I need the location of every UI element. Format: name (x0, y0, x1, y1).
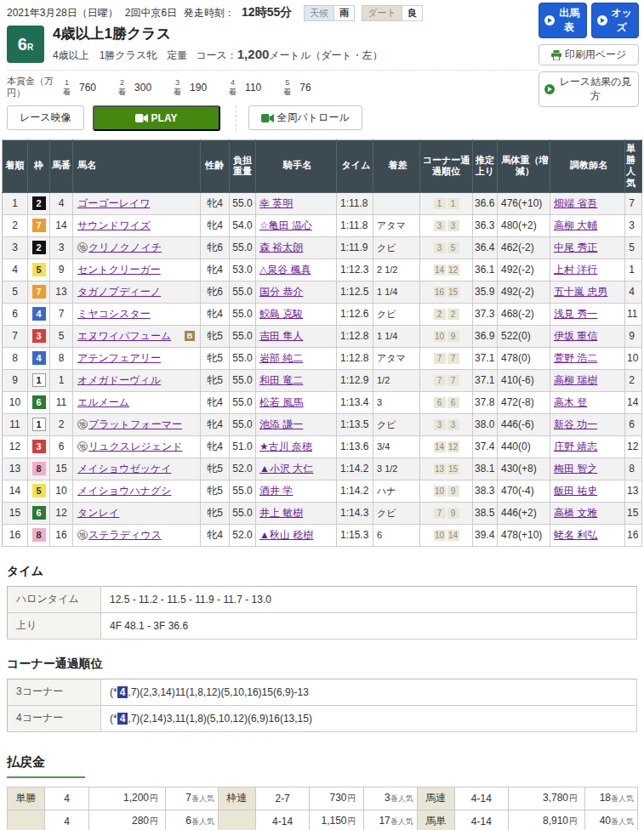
jockey-cell: 幸 英明 (256, 192, 337, 214)
results-guide-button[interactable]: レース結果の見方 (539, 71, 639, 107)
sex-age: 牝5 (201, 502, 230, 524)
horse-name-link[interactable]: メイショウゼッケイ (77, 463, 172, 475)
trainer-cell: 高柳 大輔 (550, 214, 625, 236)
trainer-name-link[interactable]: 高柳 大輔 (554, 219, 597, 231)
payout-section-title: 払戻金 (7, 754, 85, 778)
last-3f-time: 38.0 (473, 413, 498, 435)
col-time: タイム (337, 139, 373, 192)
jockey-name-link[interactable]: △泉谷 楓真 (259, 264, 311, 276)
jockey-name-link[interactable]: 吉田 隼人 (259, 330, 303, 342)
jockey-name-link[interactable]: 酒井 学 (259, 485, 293, 497)
margin: 2 1/2 (373, 259, 420, 281)
horse-name-link[interactable]: クリノクノイチ (88, 242, 162, 253)
trainer-name-link[interactable]: 中尾 秀正 (554, 242, 597, 253)
horse-number: 6 (50, 435, 73, 458)
margin: クビ (373, 413, 420, 435)
weather-value: 雨 (333, 5, 355, 21)
corner-position: 10 (434, 486, 446, 497)
frame-cell: 8 (28, 458, 50, 480)
trainer-name-link[interactable]: 高橋 文雅 (554, 507, 597, 519)
table-row: 10 6 11 エルメーム 牝4 55.0 松若 風馬 1:13.4 3 66 … (3, 391, 642, 413)
trainer-name-link[interactable]: 蛯名 利弘 (554, 529, 597, 541)
trainer-cell: 庄野 靖志 (550, 435, 625, 458)
finish-time: 1:12.9 (337, 369, 373, 391)
col-frame: 枠 (28, 139, 50, 192)
play-button[interactable]: PLAY (93, 105, 220, 131)
horse-name-link[interactable]: サウンドワイズ (77, 219, 151, 231)
horse-name-link[interactable]: ゴーゴーレイワ (77, 197, 150, 209)
jockey-name-link[interactable]: 国分 恭介 (259, 286, 303, 298)
jockey-name-link[interactable]: 幸 英明 (259, 197, 293, 209)
jockey-name-link[interactable]: ☆亀田 温心 (259, 219, 312, 231)
trainer-name-link[interactable]: 新谷 功一 (554, 418, 597, 430)
corner-order-cell: 1315 (420, 458, 473, 480)
corner-order-cell: 22 (420, 303, 473, 325)
furlong-time-value: 12.5 - 11.2 - 11.5 - 11.9 - 11.7 - 13.0 (101, 586, 637, 612)
horse-name-link[interactable]: リュクスレジェンド (88, 441, 183, 452)
horse-name-link[interactable]: タガノブディーノ (77, 286, 161, 298)
carried-weight: 52.0 (230, 524, 256, 546)
trainer-name-link[interactable]: 飯田 祐史 (554, 485, 597, 497)
jockey-name-link[interactable]: 森 裕太朗 (259, 242, 303, 253)
jockey-name-link[interactable]: ★古川 奈穂 (259, 441, 312, 452)
trainer-name-link[interactable]: 梅田 智之 (554, 463, 597, 475)
trainer-cell: 飯田 祐史 (550, 480, 625, 502)
table-row: 6 4 7 ミヤコシスター 牝4 55.0 鮫島 克駿 1:12.6 クビ 22… (3, 303, 642, 325)
horse-name-link[interactable]: プラットフォーマー (88, 418, 182, 430)
corner-position: 2 (447, 309, 459, 320)
trainer-name-link[interactable]: 伊坂 重信 (554, 330, 597, 342)
margin: 1 1/4 (373, 325, 420, 347)
horse-name-link[interactable]: ミヤコシスター (77, 308, 151, 320)
jockey-name-link[interactable]: ▲小沢 大仁 (259, 463, 313, 475)
prize-item: 4 着 110 (229, 78, 261, 96)
odds-button[interactable]: オッズ (591, 3, 640, 38)
trainer-name-link[interactable]: 庄野 靖志 (554, 441, 597, 452)
trainer-name-link[interactable]: 高柳 瑞樹 (554, 374, 597, 386)
horse-name-cell: エルメーム (73, 391, 201, 413)
corner-position: 9 (447, 486, 459, 497)
horse-name-link[interactable]: タンレイ (77, 507, 119, 519)
frame-number-badge: 4 (32, 351, 46, 365)
print-page-button[interactable]: 印刷用ページ (539, 44, 639, 65)
horse-name-link[interactable]: エヌワイパフューム (77, 330, 171, 342)
race-results-table: 着順 枠 馬番 馬名 性齢 負担重量 騎手名 タイム 着差 コーナー通過順位 推… (2, 139, 642, 547)
jockey-name-link[interactable]: 井上 敏樹 (259, 507, 303, 519)
finish-time: 1:12.5 (337, 281, 373, 303)
patrol-video-button[interactable]: 全周パトロール (248, 105, 362, 130)
horse-name-link[interactable]: ステラディウス (88, 529, 162, 541)
trainer-name-link[interactable]: 畑端 省吾 (554, 197, 597, 209)
frame-number-badge: 7 (32, 219, 46, 232)
winner-highlight: 4 (117, 713, 128, 725)
trainer-name-link[interactable]: 五十嵐 忠男 (554, 286, 607, 298)
horse-name-link[interactable]: エルメーム (77, 396, 129, 408)
table-row: 3コーナー (*4,7)(2,3,14)11(1,8,12)(5,10,16)1… (8, 679, 637, 705)
horse-name-link[interactable]: アテンフェアリー (77, 352, 161, 364)
horse-name-link[interactable]: オメガドーヴィル (77, 374, 161, 386)
horse-name-cell: タンレイ (73, 502, 201, 524)
corner3-order: (*4,7)(2,3,14)11(1,8,12)(5,10,16)15(6,9)… (101, 679, 637, 705)
arrow-circle-icon (544, 15, 555, 26)
jockey-name-link[interactable]: 和田 竜二 (259, 374, 303, 386)
last-3f-time: 39.4 (473, 524, 498, 546)
horse-name-link[interactable]: メイショウハナグシ (77, 485, 172, 497)
jockey-name-link[interactable]: ▲秋山 稔樹 (259, 529, 313, 541)
horse-name-link[interactable]: セントクリーガー (77, 264, 161, 276)
sex-age: 牝4 (201, 391, 230, 413)
body-weight: 410(-6) (498, 369, 550, 391)
finish-position: 5 (3, 281, 28, 303)
jockey-name-link[interactable]: 鮫島 克駿 (259, 308, 303, 320)
trainer-name-link[interactable]: 上村 洋行 (554, 264, 597, 276)
trainer-name-link[interactable]: 萱野 浩二 (554, 352, 597, 364)
jockey-name-link[interactable]: 池添 謙一 (259, 418, 303, 430)
finish-time: 1:12.8 (337, 325, 373, 347)
entry-table-button[interactable]: 出馬表 (539, 3, 587, 38)
trainer-name-link[interactable]: 高木 登 (554, 396, 587, 408)
corner-position: 3 (434, 242, 446, 253)
trainer-name-link[interactable]: 浅見 秀一 (554, 308, 597, 320)
jockey-name-link[interactable]: 松若 風馬 (259, 396, 303, 408)
jockey-name-link[interactable]: 岩部 純二 (259, 352, 303, 364)
body-weight: 440(0) (498, 435, 550, 458)
horse-name-cell: タガノブディーノ (73, 281, 201, 303)
last-3f-time: 37.1 (473, 347, 498, 369)
race-video-button[interactable]: レース映像 (7, 105, 84, 130)
